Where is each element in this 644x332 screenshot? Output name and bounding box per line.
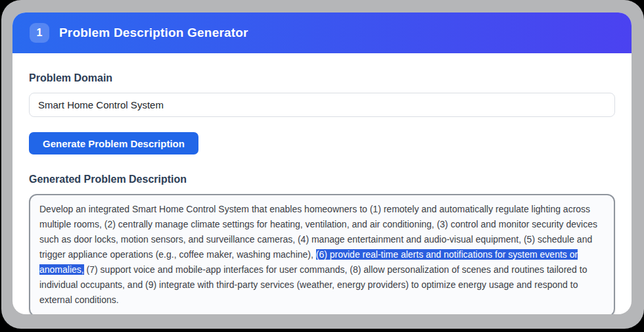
page-background: 1 Problem Description Generator Problem … xyxy=(0,0,644,332)
generate-button[interactable]: Generate Problem Description xyxy=(29,132,198,154)
step-number-badge: 1 xyxy=(30,23,49,43)
generated-description-textarea[interactable]: Develop an integrated Smart Home Control… xyxy=(29,194,615,314)
card-content: Problem Domain Generate Problem Descript… xyxy=(12,72,632,314)
problem-domain-label: Problem Domain xyxy=(29,72,615,84)
description-text-after: (7) support voice and mobile-app interfa… xyxy=(39,264,587,305)
generated-description-label: Generated Problem Description xyxy=(29,174,615,185)
generator-card: 1 Problem Description Generator Problem … xyxy=(12,12,632,314)
card-header: 1 Problem Description Generator xyxy=(12,12,632,53)
window-frame: 1 Problem Description Generator Problem … xyxy=(1,0,644,329)
card-title: Problem Description Generator xyxy=(59,26,248,40)
problem-domain-input[interactable] xyxy=(29,93,615,117)
